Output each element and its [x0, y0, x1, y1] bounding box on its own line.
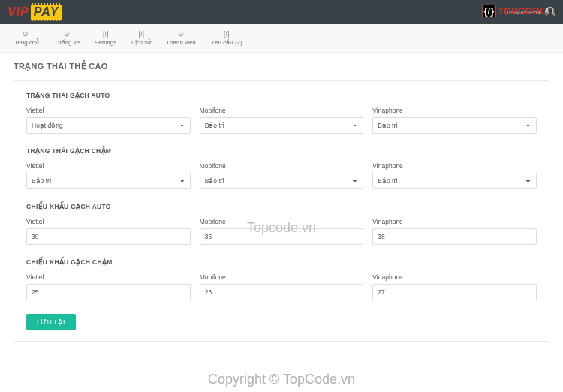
section-auto-discount: CHIẾU KHẤU GẠCH AUTO Viettel Mobifone Vi…	[26, 203, 537, 245]
nav-settings[interactable]: [!] Settings	[87, 27, 124, 49]
field-label: Viettel	[26, 107, 191, 114]
nav-label: Lịch sử	[131, 39, 151, 46]
watermark-topcode-logo: {/} TOPCODE.VN	[482, 5, 558, 17]
field-label: Vinaphone	[372, 273, 537, 281]
select-mobifone-slow-status[interactable]: Bảo trì	[200, 173, 364, 189]
nav-bar: ⊙ Trang chủ ⊙ Thống kê [!] Settings [!] …	[0, 24, 563, 53]
select-vinaphone-slow-status[interactable]: Bảo trì	[372, 173, 537, 189]
input-mobifone-slow-discount[interactable]	[200, 284, 364, 300]
top-bar: VIP PAY 0984459954	[0, 0, 563, 24]
stats-icon: ⊙	[64, 30, 70, 38]
field-viettel-auto-discount: Viettel	[26, 218, 191, 245]
home-icon: ⊙	[23, 30, 29, 38]
section-title: TRẠNG THÁI GẠCH AUTO	[26, 92, 537, 99]
select-viettel-auto-status[interactable]: Hoạt động	[26, 117, 191, 134]
field-mobifone-auto-discount: Mobifone	[200, 218, 364, 245]
section-title: TRẠNG THÁI GẠCH CHẬM	[26, 147, 537, 155]
field-mobifone-slow-discount: Mobifone	[200, 273, 364, 300]
section-slow-status: TRẠNG THÁI GẠCH CHẬM Viettel Bảo trì Mob…	[26, 147, 537, 189]
field-label: Vinaphone	[372, 162, 537, 170]
nav-history[interactable]: [!] Lịch sử	[124, 27, 158, 49]
input-vinaphone-auto-discount[interactable]	[372, 228, 537, 245]
input-viettel-auto-discount[interactable]	[26, 228, 191, 245]
select-viettel-slow-status[interactable]: Bảo trì	[26, 173, 191, 189]
field-vinaphone-auto-status: Vinaphone Bảo trì	[372, 107, 537, 134]
nav-label: Yêu cầu (2)	[211, 39, 242, 46]
history-icon: [!]	[138, 30, 144, 38]
section-title: CHIẾU KHẤU GẠCH AUTO	[26, 203, 537, 210]
settings-icon: [!]	[103, 30, 109, 38]
field-label: Viettel	[26, 273, 191, 281]
app-logo[interactable]: VIP PAY	[8, 3, 62, 21]
page-content: TRẠNG THÁI THẺ CÀO TRẠNG THÁI GẠCH AUTO …	[0, 53, 563, 351]
nav-home[interactable]: ⊙ Trang chủ	[5, 27, 47, 49]
nav-label: Thống kê	[54, 39, 80, 46]
nav-label: Settings	[95, 39, 116, 46]
field-viettel-slow-status: Viettel Bảo trì	[26, 162, 191, 189]
select-vinaphone-auto-status[interactable]: Bảo trì	[372, 117, 537, 134]
nav-requests[interactable]: [!] Yêu cầu (2)	[203, 27, 250, 49]
logo-vip-text: VIP	[8, 5, 29, 19]
field-label: Viettel	[26, 218, 191, 225]
field-label: Viettel	[26, 162, 191, 170]
field-label: Mobifone	[200, 218, 364, 225]
field-vinaphone-slow-discount: Vinaphone	[372, 273, 537, 300]
field-mobifone-auto-status: Mobifone Bảo trì	[200, 107, 364, 134]
field-viettel-auto-status: Viettel Hoạt động	[26, 107, 191, 134]
section-auto-status: TRẠNG THÁI GẠCH AUTO Viettel Hoạt động M…	[26, 92, 537, 134]
settings-panel: TRẠNG THÁI GẠCH AUTO Viettel Hoạt động M…	[14, 80, 549, 342]
save-button[interactable]: LƯU LẠI	[26, 314, 76, 330]
field-vinaphone-auto-discount: Vinaphone	[372, 218, 537, 245]
watermark-bottom: Copyright © TopCode.vn	[208, 372, 355, 387]
input-vinaphone-slow-discount[interactable]	[372, 284, 537, 300]
nav-stats[interactable]: ⊙ Thống kê	[47, 27, 87, 49]
input-viettel-slow-discount[interactable]	[26, 284, 191, 300]
field-label: Vinaphone	[372, 107, 537, 114]
requests-icon: [!]	[224, 30, 230, 38]
page-title: TRẠNG THÁI THẺ CÀO	[14, 62, 549, 71]
field-label: Mobifone	[200, 273, 364, 281]
field-mobifone-slow-status: Mobifone Bảo trì	[200, 162, 364, 189]
nav-label: Thành viên	[166, 39, 196, 46]
nav-members[interactable]: ⊙ Thành viên	[158, 27, 203, 49]
input-mobifone-auto-discount[interactable]	[200, 228, 364, 245]
field-label: Mobifone	[200, 162, 364, 170]
field-viettel-slow-discount: Viettel	[26, 273, 191, 300]
field-label: Mobifone	[200, 107, 364, 114]
field-vinaphone-slow-status: Vinaphone Bảo trì	[372, 162, 537, 189]
section-title: CHIẾU KHẤU GẠCH CHẬM	[26, 258, 537, 266]
members-icon: ⊙	[178, 30, 184, 38]
select-mobifone-auto-status[interactable]: Bảo trì	[200, 117, 364, 134]
nav-label: Trang chủ	[12, 39, 39, 46]
section-slow-discount: CHIẾU KHẤU GẠCH CHẬM Viettel Mobifone Vi…	[26, 258, 537, 300]
logo-pay-text: PAY	[31, 3, 62, 21]
field-label: Vinaphone	[372, 218, 537, 225]
code-bracket-icon: {/}	[482, 5, 497, 17]
